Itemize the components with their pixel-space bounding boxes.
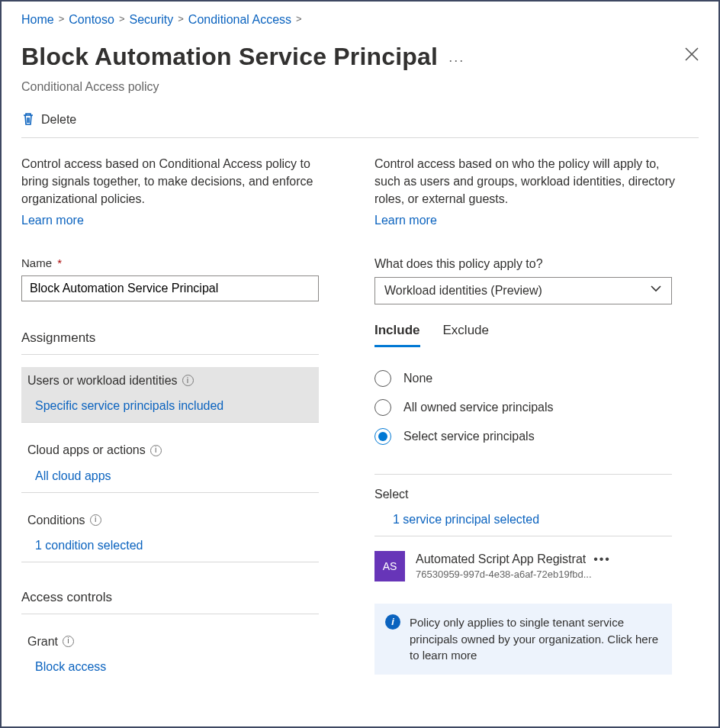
access-controls-section-title: Access controls [21,588,319,614]
apply-to-select[interactable]: Workload identities (Preview) [374,277,672,304]
assignment-cloud-apps-detail[interactable]: All cloud apps [35,467,313,485]
info-icon[interactable]: i [63,636,74,647]
breadcrumb-contoso[interactable]: Contoso [69,11,114,28]
access-grant-item[interactable]: Grant i Block access [21,628,319,683]
radio-all-owned-label: All owned service principals [403,398,554,416]
info-icon: i [385,614,400,630]
assignment-users-label: Users or workload identities [27,372,178,389]
breadcrumb-conditional-access[interactable]: Conditional Access [188,11,291,28]
tab-include[interactable]: Include [374,321,420,347]
name-input[interactable] [21,275,319,301]
chevron-right-icon: > [178,12,184,27]
left-description: Control access based on Conditional Acce… [21,155,323,208]
principal-id: 76530959-997d-4e38-a6af-72eb19fbd... [416,568,644,582]
assignment-conditions-detail[interactable]: 1 condition selected [35,536,313,554]
name-field-label: Name [21,256,52,269]
select-label: Select [374,485,699,503]
page-title: Block Automation Service Principal [21,39,438,74]
assignment-cloud-apps-item[interactable]: Cloud apps or actions i All cloud apps [21,436,319,492]
radio-select-principals[interactable] [374,428,391,445]
page-subtitle: Conditional Access policy [21,78,699,95]
more-actions-button[interactable]: ··· [448,50,464,70]
avatar: AS [374,551,405,581]
close-icon [685,47,699,61]
assignment-users-detail[interactable]: Specific service principals included [35,397,313,414]
access-grant-label: Grant [27,633,58,650]
info-bar-text: Policy only applies to single tenant ser… [410,614,660,664]
radio-all-owned[interactable] [374,399,391,416]
info-icon[interactable]: i [182,375,194,386]
breadcrumb-home[interactable]: Home [21,11,54,28]
chevron-right-icon: > [296,12,302,27]
close-button[interactable] [685,43,699,68]
principal-more-button[interactable]: ••• [593,552,611,565]
info-icon[interactable]: i [150,445,162,456]
info-icon[interactable]: i [90,514,101,526]
tab-exclude[interactable]: Exclude [443,321,489,347]
left-learn-more-link[interactable]: Learn more [21,211,84,229]
assignments-section-title: Assignments [21,329,319,355]
assignment-conditions-item[interactable]: Conditions i 1 condition selected [21,507,319,562]
assignment-cloud-apps-label: Cloud apps or actions [27,441,146,459]
right-description: Control access based on who the policy w… [374,155,676,208]
radio-select-principals-label: Select service principals [403,427,535,445]
info-bar[interactable]: i Policy only applies to single tenant s… [374,604,672,675]
required-asterisk: * [57,256,62,269]
radio-none[interactable] [374,370,391,387]
breadcrumb-security[interactable]: Security [129,11,173,28]
trash-icon [21,112,35,126]
access-grant-detail[interactable]: Block access [35,658,313,675]
right-learn-more-link[interactable]: Learn more [374,211,437,229]
principal-name: Automated Script App Registrat [416,550,586,568]
breadcrumb: Home > Contoso > Security > Conditional … [21,11,699,28]
selected-count-link[interactable]: 1 service principal selected [393,511,699,528]
apply-to-value: Workload identities (Preview) [384,282,542,299]
apply-to-label: What does this policy apply to? [374,255,699,272]
radio-none-label: None [403,369,432,387]
delete-button[interactable]: Delete [21,111,76,128]
chevron-down-icon [650,282,662,299]
chevron-right-icon: > [119,12,125,27]
selected-principal-row[interactable]: AS Automated Script App Registrat ••• 76… [374,550,672,582]
assignment-users-item[interactable]: Users or workload identities i Specific … [21,367,319,423]
delete-button-label: Delete [41,111,76,128]
chevron-right-icon: > [59,12,65,27]
assignment-conditions-label: Conditions [27,511,85,529]
